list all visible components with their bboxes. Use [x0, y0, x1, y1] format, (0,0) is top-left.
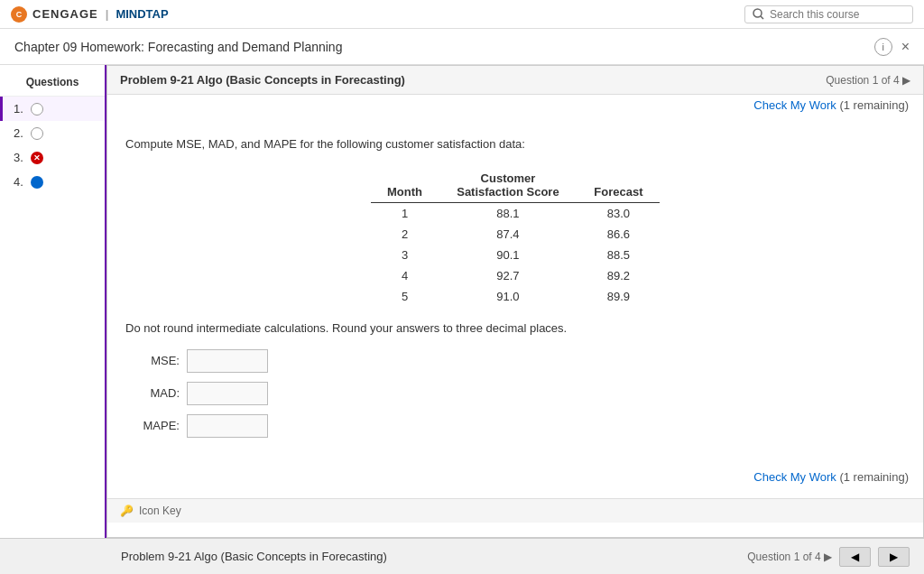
forecast-1: 83.0 [578, 202, 660, 224]
sidebar-item-1[interactable]: 1. [0, 97, 105, 121]
content-body: Compute MSE, MAD, and MAPE for the follo… [107, 121, 923, 461]
sidebar-item-3-status: ✕ [31, 152, 43, 164]
icon-key-label: Icon Key [139, 505, 181, 517]
mape-row: MAPE: [125, 414, 905, 438]
mindtap-label: MINDTAP [116, 7, 168, 21]
bottom-bar-title: Problem 9-21 Algo (Basic Concepts in For… [14, 550, 387, 563]
check-remaining-top: (1 remaining) [839, 98, 909, 112]
month-4: 4 [371, 265, 439, 286]
sidebar: Questions 1. 2. 3. ✕ 4. [0, 65, 106, 538]
sidebar-item-4-status [31, 176, 43, 189]
satisfaction-1: 88.1 [439, 202, 578, 224]
cengage-logo: C [11, 6, 27, 23]
mse-input[interactable] [187, 349, 268, 373]
content-panel: Problem 9-21 Algo (Basic Concepts in For… [106, 65, 924, 538]
month-col-header: Month [371, 168, 439, 203]
mad-label: MAD: [125, 386, 180, 400]
mad-row: MAD: [125, 382, 905, 405]
mse-label: MSE: [125, 354, 180, 367]
sidebar-item-2[interactable]: 2. [0, 121, 105, 145]
forecast-2: 86.6 [578, 224, 660, 245]
satisfaction-col-header: Satisfaction Score [439, 185, 578, 203]
customer-col-header: Customer [439, 168, 578, 185]
sidebar-item-1-status [31, 103, 43, 116]
forecast-4: 89.2 [578, 265, 660, 286]
question-title: Problem 9-21 Algo (Basic Concepts in For… [120, 73, 405, 87]
question-num: Question 1 of 4 ▶ [826, 74, 910, 87]
prev-button[interactable]: ◀ [839, 547, 871, 567]
table-row: 3 90.1 88.5 [371, 245, 660, 265]
sidebar-item-4-label: 4. [14, 175, 23, 189]
close-button[interactable]: × [901, 39, 910, 55]
mad-input[interactable] [187, 382, 268, 405]
table-row: 2 87.4 86.6 [371, 224, 660, 245]
question-header: Problem 9-21 Algo (Basic Concepts in For… [107, 66, 923, 95]
check-my-work-top-row: Check My Work (1 remaining) [107, 95, 923, 121]
breadcrumb-icons: i × [874, 38, 910, 56]
main-area: Questions 1. 2. 3. ✕ 4. Problem 9-21 Alg… [0, 65, 924, 538]
svg-point-0 [753, 9, 762, 17]
bottom-bar: Problem 9-21 Algo (Basic Concepts in For… [0, 538, 924, 574]
sidebar-item-1-label: 1. [14, 102, 23, 116]
info-button[interactable]: i [874, 38, 892, 56]
question-nav: Question 1 of 4 ▶ [826, 74, 910, 87]
brand: C CENGAGE | MINDTAP [11, 6, 169, 23]
bottom-bar-right: Question 1 of 4 ▶ ◀ ▶ [747, 547, 910, 567]
search-icon [753, 8, 764, 20]
bottom-nav-text: Question 1 of 4 ▶ [747, 551, 832, 563]
instruction-text: Compute MSE, MAD, and MAPE for the follo… [125, 135, 905, 153]
satisfaction-5: 91.0 [439, 286, 578, 307]
sidebar-header: Questions [0, 72, 105, 97]
sidebar-item-2-label: 2. [14, 126, 23, 140]
sidebar-item-4[interactable]: 4. [0, 170, 105, 194]
table-row: 5 91.0 89.9 [371, 286, 660, 307]
mape-input[interactable] [187, 414, 268, 438]
table-row: 1 88.1 83.0 [371, 202, 660, 224]
month-2: 2 [371, 224, 439, 245]
satisfaction-3: 90.1 [439, 245, 578, 265]
breadcrumb-title: Chapter 09 Homework: Forecasting and Dem… [14, 40, 342, 54]
svg-line-1 [761, 16, 763, 19]
mse-row: MSE: [125, 349, 905, 373]
check-remaining-bottom: (1 remaining) [839, 470, 909, 484]
check-my-work-bottom-button[interactable]: Check My Work [753, 470, 836, 484]
check-my-work-bottom-row: Check My Work (1 remaining) [107, 461, 923, 498]
brand-name: CENGAGE [32, 7, 98, 21]
rounding-note: Do not round intermediate calculations. … [125, 321, 905, 335]
icon-key-bar: 🔑 Icon Key [107, 498, 923, 523]
satisfaction-4: 92.7 [439, 265, 578, 286]
top-navigation: C CENGAGE | MINDTAP [0, 0, 924, 29]
search-box[interactable] [744, 5, 913, 23]
key-icon: 🔑 [120, 505, 134, 517]
check-my-work-top-button[interactable]: Check My Work [753, 98, 836, 112]
forecast-col-header: Forecast [578, 168, 660, 203]
search-input[interactable] [770, 8, 905, 21]
table-row: 4 92.7 89.2 [371, 265, 660, 286]
satisfaction-2: 87.4 [439, 224, 578, 245]
month-5: 5 [371, 286, 439, 307]
data-table: Month Customer Forecast Satisfaction Sco… [371, 168, 660, 307]
breadcrumb-bar: Chapter 09 Homework: Forecasting and Dem… [0, 29, 924, 65]
sidebar-item-3-label: 3. [14, 151, 23, 164]
forecast-5: 89.9 [578, 286, 660, 307]
table-header-row-1: Month Customer Forecast [371, 168, 660, 185]
forecast-3: 88.5 [578, 245, 660, 265]
month-1: 1 [371, 202, 439, 224]
mape-label: MAPE: [125, 419, 180, 432]
month-3: 3 [371, 245, 439, 265]
brand-separator: | [106, 7, 109, 21]
sidebar-item-2-status [31, 127, 43, 140]
sidebar-item-3[interactable]: 3. ✕ [0, 145, 105, 170]
next-button[interactable]: ▶ [878, 547, 910, 567]
